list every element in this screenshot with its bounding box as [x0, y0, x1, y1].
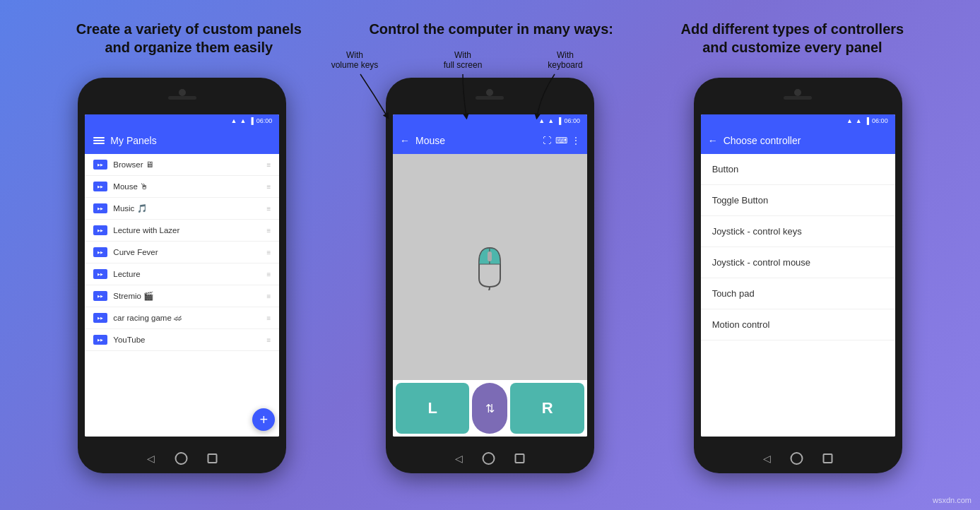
phone3-screen: ▲ ▲ ▐ 06:00 ← Choose controller Button T… — [701, 114, 895, 437]
phone3-toolbar: ← Choose controller — [701, 127, 895, 154]
phone1-status-bar: ▲ ▲ ▐ 06:00 — [85, 114, 279, 127]
svg-text:volume keys: volume keys — [331, 60, 379, 70]
back-arrow-icon[interactable]: ← — [708, 135, 718, 146]
drag-handle: ≡ — [266, 314, 271, 322]
home-nav-icon[interactable] — [791, 452, 803, 465]
time-display: 06:00 — [872, 117, 888, 124]
phone3-navbar: ◁ — [763, 452, 833, 465]
panel-name: Mouse 🖱 — [113, 182, 261, 191]
drag-handle: ≡ — [266, 271, 271, 278]
phone2-screen: ▲ ▲ ▐ 06:00 ← Mouse ⛶ ⌨ ⋮ — [393, 114, 587, 437]
list-item[interactable]: Joystick - control mouse — [701, 247, 895, 278]
time-display: 06:00 — [564, 117, 580, 124]
phone3-toolbar-title: Choose controller — [724, 135, 888, 146]
phone1-navbar: ◁ — [147, 452, 217, 465]
recent-nav-icon[interactable] — [207, 453, 217, 463]
drag-handle: ≡ — [266, 227, 271, 235]
drag-handle: ≡ — [266, 161, 271, 169]
list-item[interactable]: Joystick - control keys — [701, 216, 895, 247]
mouse-touch-area[interactable] — [393, 154, 587, 380]
panel-name: Curve Fever — [113, 248, 261, 256]
phones-row: ▲ ▲ ▐ 06:00 My Panels Browser 🖥 ≡ — [0, 78, 980, 473]
back-arrow-icon[interactable]: ← — [400, 135, 410, 146]
home-nav-icon[interactable] — [483, 452, 495, 465]
list-item[interactable]: Music 🎵 ≡ — [85, 198, 279, 220]
phone-3: ▲ ▲ ▐ 06:00 ← Choose controller Button T… — [694, 78, 902, 473]
drag-handle: ≡ — [266, 249, 271, 256]
drag-handle: ≡ — [266, 292, 271, 300]
battery-icon: ▐ — [249, 117, 253, 124]
panel-icon — [93, 182, 107, 191]
hamburger-icon[interactable] — [93, 137, 105, 144]
svg-text:keyboard: keyboard — [548, 60, 582, 70]
phone2-toolbar-title: Mouse — [415, 135, 537, 146]
panel-icon — [93, 203, 107, 213]
panel-icon — [93, 269, 107, 279]
phone1-toolbar-title: My Panels — [110, 135, 271, 146]
back-nav-icon[interactable]: ◁ — [147, 453, 155, 464]
list-item[interactable]: Lecture ≡ — [85, 263, 279, 285]
hero3-title: Add different types of controllers and c… — [681, 20, 904, 57]
mouse-right-button[interactable]: R — [510, 383, 584, 434]
recent-nav-icon[interactable] — [515, 453, 525, 463]
more-icon[interactable]: ⋮ — [572, 136, 580, 146]
phone1-screen: ▲ ▲ ▐ 06:00 My Panels Browser 🖥 ≡ — [85, 114, 279, 437]
list-item[interactable]: Touch pad — [701, 278, 895, 309]
drag-handle: ≡ — [266, 336, 271, 344]
toolbar-icons: ⛶ ⌨ ⋮ — [543, 136, 580, 146]
phone2-toolbar: ← Mouse ⛶ ⌨ ⋮ — [393, 127, 587, 154]
watermark: wsxdn.com — [933, 496, 972, 504]
list-item[interactable]: Toggle Button — [701, 185, 895, 216]
keyboard-icon[interactable]: ⌨ — [555, 136, 567, 146]
time-display: 06:00 — [256, 117, 273, 124]
recent-nav-icon[interactable] — [823, 453, 833, 463]
panel-icon — [93, 247, 107, 257]
top-labels-row: Create a variety of custom panels and or… — [0, 7, 980, 57]
panel-name: Lecture — [113, 270, 261, 278]
phone2-camera — [486, 89, 493, 96]
phone2-speaker — [476, 96, 504, 100]
list-item[interactable]: Motion control — [701, 309, 895, 340]
list-item[interactable]: Curve Fever ≡ — [85, 242, 279, 263]
list-item[interactable]: Button — [701, 154, 895, 185]
signal-icon: ▲ — [231, 117, 237, 124]
phone1-camera — [179, 89, 186, 96]
panel-name: Stremio 🎬 — [113, 291, 261, 301]
phone-1: ▲ ▲ ▐ 06:00 My Panels Browser 🖥 ≡ — [78, 78, 286, 473]
wifi-icon: ▲ — [240, 117, 246, 124]
drag-handle: ≡ — [266, 205, 271, 213]
svg-text:full screen: full screen — [444, 60, 483, 70]
list-item[interactable]: Browser 🖥 ≡ — [85, 154, 279, 176]
fullscreen-icon[interactable]: ⛶ — [543, 136, 551, 146]
panels-list: Browser 🖥 ≡ Mouse 🖱 ≡ Music 🎵 ≡ Lecture … — [85, 154, 279, 437]
drag-handle: ≡ — [266, 183, 271, 191]
panel-icon — [93, 335, 107, 345]
panel-icon — [93, 160, 107, 170]
wifi-icon: ▲ — [856, 117, 862, 124]
back-nav-icon[interactable]: ◁ — [763, 453, 771, 464]
hero1-title: Create a variety of custom panels and or… — [76, 20, 302, 57]
panel-name: YouTube — [113, 336, 261, 344]
hero2-title: Control the computer in many ways: — [369, 20, 613, 38]
phone2-navbar: ◁ — [455, 452, 525, 465]
panel-name: car racing game 🏎 — [113, 314, 261, 322]
signal-icon: ▲ — [538, 117, 545, 124]
mouse-buttons-row: L ⇅ R — [393, 380, 587, 437]
list-item[interactable]: Mouse 🖱 ≡ — [85, 176, 279, 198]
list-item[interactable]: Lecture with Lazer ≡ — [85, 220, 279, 242]
wifi-icon: ▲ — [548, 117, 554, 124]
panel-name: Browser 🖥 — [113, 160, 261, 169]
back-nav-icon[interactable]: ◁ — [455, 453, 463, 464]
panel-icon — [93, 313, 107, 323]
phone3-status-bar: ▲ ▲ ▐ 06:00 — [701, 114, 895, 127]
controller-list: Button Toggle Button Joystick - control … — [701, 154, 895, 437]
panel-name: Lecture with Lazer — [113, 226, 261, 235]
list-item[interactable]: YouTube ≡ — [85, 329, 279, 351]
mouse-scroll-button[interactable]: ⇅ — [472, 383, 507, 434]
home-nav-icon[interactable] — [175, 452, 187, 465]
list-item[interactable]: Stremio 🎬 ≡ — [85, 285, 279, 307]
list-item[interactable]: car racing game 🏎 ≡ — [85, 307, 279, 329]
signal-icon: ▲ — [846, 117, 853, 124]
mouse-left-button[interactable]: L — [396, 383, 470, 434]
phone1-toolbar: My Panels — [85, 127, 279, 154]
